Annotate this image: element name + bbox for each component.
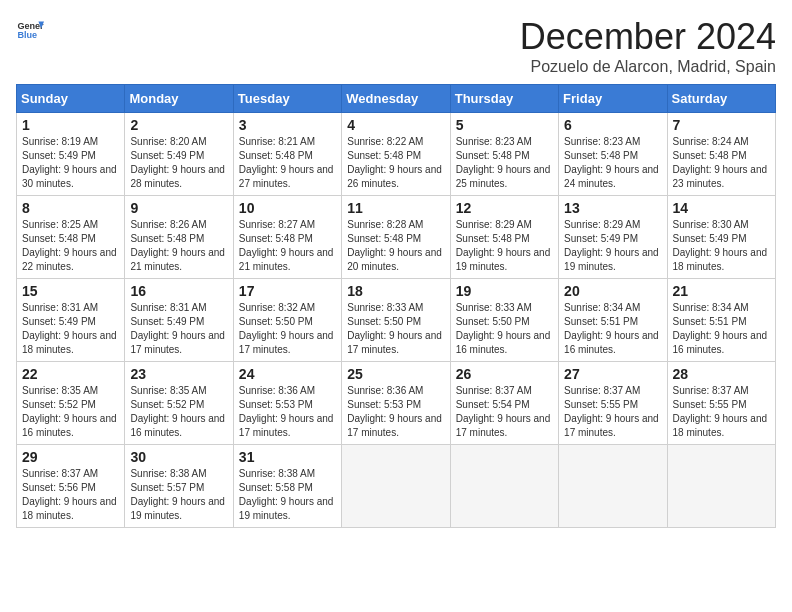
week-row-2: 8 Sunrise: 8:25 AMSunset: 5:48 PMDayligh…	[17, 196, 776, 279]
cell-info: Sunrise: 8:36 AMSunset: 5:53 PMDaylight:…	[239, 384, 336, 440]
calendar-cell: 21 Sunrise: 8:34 AMSunset: 5:51 PMDaylig…	[667, 279, 775, 362]
calendar-cell: 13 Sunrise: 8:29 AMSunset: 5:49 PMDaylig…	[559, 196, 667, 279]
day-number: 2	[130, 117, 227, 133]
cell-info: Sunrise: 8:28 AMSunset: 5:48 PMDaylight:…	[347, 218, 444, 274]
day-number: 4	[347, 117, 444, 133]
header-day-thursday: Thursday	[450, 85, 558, 113]
calendar-cell: 28 Sunrise: 8:37 AMSunset: 5:55 PMDaylig…	[667, 362, 775, 445]
week-row-3: 15 Sunrise: 8:31 AMSunset: 5:49 PMDaylig…	[17, 279, 776, 362]
cell-info: Sunrise: 8:38 AMSunset: 5:57 PMDaylight:…	[130, 467, 227, 523]
calendar-cell: 8 Sunrise: 8:25 AMSunset: 5:48 PMDayligh…	[17, 196, 125, 279]
month-title: December 2024	[520, 16, 776, 58]
cell-info: Sunrise: 8:36 AMSunset: 5:53 PMDaylight:…	[347, 384, 444, 440]
calendar-cell: 17 Sunrise: 8:32 AMSunset: 5:50 PMDaylig…	[233, 279, 341, 362]
day-number: 15	[22, 283, 119, 299]
calendar-cell: 19 Sunrise: 8:33 AMSunset: 5:50 PMDaylig…	[450, 279, 558, 362]
cell-info: Sunrise: 8:37 AMSunset: 5:54 PMDaylight:…	[456, 384, 553, 440]
calendar-cell: 26 Sunrise: 8:37 AMSunset: 5:54 PMDaylig…	[450, 362, 558, 445]
location-title: Pozuelo de Alarcon, Madrid, Spain	[520, 58, 776, 76]
day-number: 3	[239, 117, 336, 133]
cell-info: Sunrise: 8:27 AMSunset: 5:48 PMDaylight:…	[239, 218, 336, 274]
day-number: 13	[564, 200, 661, 216]
cell-info: Sunrise: 8:37 AMSunset: 5:55 PMDaylight:…	[564, 384, 661, 440]
logo: General Blue	[16, 16, 44, 44]
cell-info: Sunrise: 8:26 AMSunset: 5:48 PMDaylight:…	[130, 218, 227, 274]
calendar-cell: 20 Sunrise: 8:34 AMSunset: 5:51 PMDaylig…	[559, 279, 667, 362]
calendar-cell: 24 Sunrise: 8:36 AMSunset: 5:53 PMDaylig…	[233, 362, 341, 445]
day-number: 19	[456, 283, 553, 299]
day-number: 6	[564, 117, 661, 133]
cell-info: Sunrise: 8:29 AMSunset: 5:49 PMDaylight:…	[564, 218, 661, 274]
day-number: 11	[347, 200, 444, 216]
cell-info: Sunrise: 8:19 AMSunset: 5:49 PMDaylight:…	[22, 135, 119, 191]
day-number: 8	[22, 200, 119, 216]
cell-info: Sunrise: 8:21 AMSunset: 5:48 PMDaylight:…	[239, 135, 336, 191]
cell-info: Sunrise: 8:24 AMSunset: 5:48 PMDaylight:…	[673, 135, 770, 191]
header-day-sunday: Sunday	[17, 85, 125, 113]
cell-info: Sunrise: 8:31 AMSunset: 5:49 PMDaylight:…	[22, 301, 119, 357]
day-number: 25	[347, 366, 444, 382]
calendar-cell: 18 Sunrise: 8:33 AMSunset: 5:50 PMDaylig…	[342, 279, 450, 362]
calendar-cell	[667, 445, 775, 528]
calendar-cell: 3 Sunrise: 8:21 AMSunset: 5:48 PMDayligh…	[233, 113, 341, 196]
calendar-cell: 1 Sunrise: 8:19 AMSunset: 5:49 PMDayligh…	[17, 113, 125, 196]
cell-info: Sunrise: 8:23 AMSunset: 5:48 PMDaylight:…	[456, 135, 553, 191]
calendar-cell: 7 Sunrise: 8:24 AMSunset: 5:48 PMDayligh…	[667, 113, 775, 196]
day-number: 23	[130, 366, 227, 382]
calendar-cell: 6 Sunrise: 8:23 AMSunset: 5:48 PMDayligh…	[559, 113, 667, 196]
day-number: 18	[347, 283, 444, 299]
week-row-1: 1 Sunrise: 8:19 AMSunset: 5:49 PMDayligh…	[17, 113, 776, 196]
calendar-cell: 30 Sunrise: 8:38 AMSunset: 5:57 PMDaylig…	[125, 445, 233, 528]
calendar-cell: 11 Sunrise: 8:28 AMSunset: 5:48 PMDaylig…	[342, 196, 450, 279]
calendar-cell: 4 Sunrise: 8:22 AMSunset: 5:48 PMDayligh…	[342, 113, 450, 196]
day-number: 21	[673, 283, 770, 299]
cell-info: Sunrise: 8:22 AMSunset: 5:48 PMDaylight:…	[347, 135, 444, 191]
calendar-cell: 14 Sunrise: 8:30 AMSunset: 5:49 PMDaylig…	[667, 196, 775, 279]
calendar-cell	[559, 445, 667, 528]
calendar-table: SundayMondayTuesdayWednesdayThursdayFrid…	[16, 84, 776, 528]
calendar-cell: 31 Sunrise: 8:38 AMSunset: 5:58 PMDaylig…	[233, 445, 341, 528]
calendar-cell: 2 Sunrise: 8:20 AMSunset: 5:49 PMDayligh…	[125, 113, 233, 196]
calendar-cell: 22 Sunrise: 8:35 AMSunset: 5:52 PMDaylig…	[17, 362, 125, 445]
day-number: 7	[673, 117, 770, 133]
calendar-cell: 10 Sunrise: 8:27 AMSunset: 5:48 PMDaylig…	[233, 196, 341, 279]
calendar-cell	[342, 445, 450, 528]
calendar-cell: 15 Sunrise: 8:31 AMSunset: 5:49 PMDaylig…	[17, 279, 125, 362]
cell-info: Sunrise: 8:34 AMSunset: 5:51 PMDaylight:…	[564, 301, 661, 357]
calendar-cell	[450, 445, 558, 528]
cell-info: Sunrise: 8:37 AMSunset: 5:55 PMDaylight:…	[673, 384, 770, 440]
day-number: 17	[239, 283, 336, 299]
day-number: 22	[22, 366, 119, 382]
svg-text:Blue: Blue	[17, 30, 37, 40]
week-row-4: 22 Sunrise: 8:35 AMSunset: 5:52 PMDaylig…	[17, 362, 776, 445]
cell-info: Sunrise: 8:33 AMSunset: 5:50 PMDaylight:…	[456, 301, 553, 357]
cell-info: Sunrise: 8:31 AMSunset: 5:49 PMDaylight:…	[130, 301, 227, 357]
cell-info: Sunrise: 8:33 AMSunset: 5:50 PMDaylight:…	[347, 301, 444, 357]
header-day-friday: Friday	[559, 85, 667, 113]
header-day-saturday: Saturday	[667, 85, 775, 113]
day-number: 16	[130, 283, 227, 299]
title-block: December 2024 Pozuelo de Alarcon, Madrid…	[520, 16, 776, 76]
day-number: 26	[456, 366, 553, 382]
cell-info: Sunrise: 8:38 AMSunset: 5:58 PMDaylight:…	[239, 467, 336, 523]
calendar-cell: 12 Sunrise: 8:29 AMSunset: 5:48 PMDaylig…	[450, 196, 558, 279]
calendar-cell: 23 Sunrise: 8:35 AMSunset: 5:52 PMDaylig…	[125, 362, 233, 445]
cell-info: Sunrise: 8:34 AMSunset: 5:51 PMDaylight:…	[673, 301, 770, 357]
day-number: 9	[130, 200, 227, 216]
cell-info: Sunrise: 8:35 AMSunset: 5:52 PMDaylight:…	[130, 384, 227, 440]
day-number: 31	[239, 449, 336, 465]
day-number: 10	[239, 200, 336, 216]
header-row: SundayMondayTuesdayWednesdayThursdayFrid…	[17, 85, 776, 113]
cell-info: Sunrise: 8:29 AMSunset: 5:48 PMDaylight:…	[456, 218, 553, 274]
header-day-tuesday: Tuesday	[233, 85, 341, 113]
header-day-wednesday: Wednesday	[342, 85, 450, 113]
logo-icon: General Blue	[16, 16, 44, 44]
calendar-cell: 25 Sunrise: 8:36 AMSunset: 5:53 PMDaylig…	[342, 362, 450, 445]
calendar-cell: 5 Sunrise: 8:23 AMSunset: 5:48 PMDayligh…	[450, 113, 558, 196]
week-row-5: 29 Sunrise: 8:37 AMSunset: 5:56 PMDaylig…	[17, 445, 776, 528]
day-number: 30	[130, 449, 227, 465]
day-number: 29	[22, 449, 119, 465]
cell-info: Sunrise: 8:30 AMSunset: 5:49 PMDaylight:…	[673, 218, 770, 274]
header-day-monday: Monday	[125, 85, 233, 113]
cell-info: Sunrise: 8:20 AMSunset: 5:49 PMDaylight:…	[130, 135, 227, 191]
